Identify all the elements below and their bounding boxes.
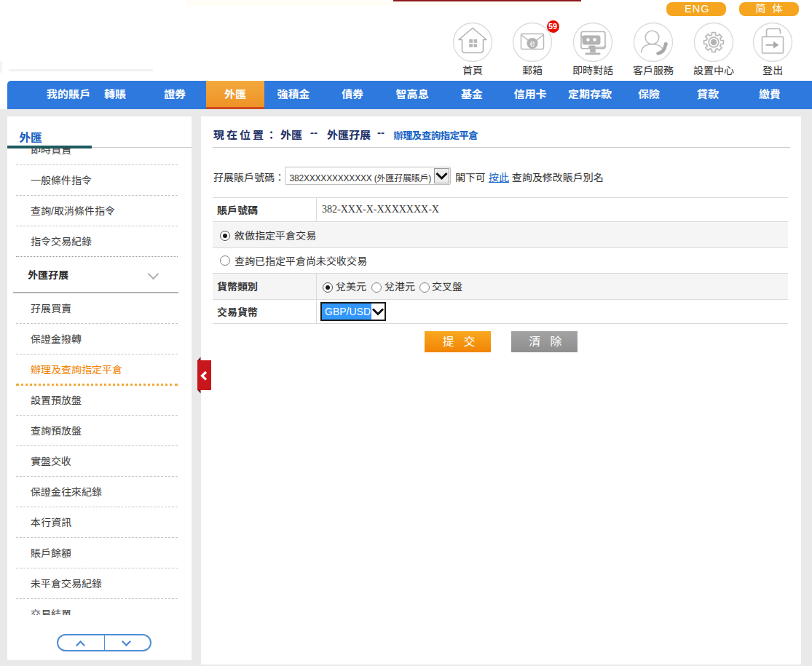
svg-text:e: e — [530, 39, 535, 49]
